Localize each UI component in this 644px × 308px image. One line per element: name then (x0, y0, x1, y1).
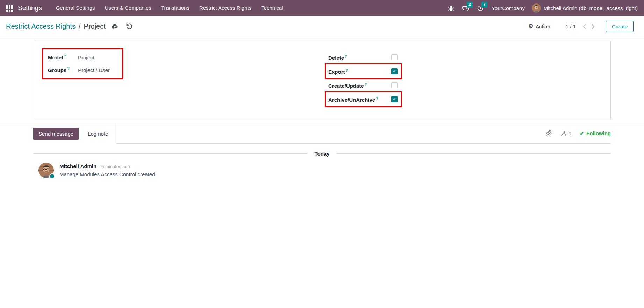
save-cloud-icon[interactable] (111, 23, 119, 30)
follower-person-icon (560, 130, 567, 137)
field-value-groups[interactable]: Project / User (78, 67, 110, 73)
perm-label: Export? (328, 68, 348, 75)
user-menu[interactable]: Mitchell Admin (db_model_access_right) (544, 5, 638, 11)
breadcrumb-separator: / (79, 22, 81, 30)
online-status-dot (49, 173, 55, 179)
control-panel-right: ⚙ Action 1 / 1 Create (528, 21, 634, 32)
breadcrumb-parent-link[interactable]: Restrict Access Rights (6, 22, 76, 30)
message-content: Mitchell Admin - 6 minutes ago Manage Mo… (59, 163, 155, 178)
navbar-right: 2 7 YourCompany (448, 3, 638, 13)
debug-bug-icon[interactable] (448, 4, 455, 12)
chatter-buttons: Send message Log note (0, 123, 116, 144)
log-note-button[interactable]: Log note (86, 130, 110, 137)
activities-badge: 7 (481, 2, 487, 8)
company-switcher[interactable]: YourCompany (492, 5, 525, 11)
message-author[interactable]: Mitchell Admin (59, 163, 96, 169)
field-value-model[interactable]: Project (78, 55, 94, 60)
perm-label: Archive/UnArchive? (328, 96, 378, 103)
field-row-model: Model?Project (48, 54, 118, 60)
activities-clock-icon[interactable]: 7 (477, 4, 485, 12)
help-icon: ? (64, 54, 66, 58)
user-avatar-small[interactable] (532, 3, 541, 13)
message-author-avatar (38, 163, 54, 178)
control-panel: Restrict Access Rights / Project ⚙ Actio… (0, 16, 644, 37)
nav-item-translations[interactable]: Translations (156, 0, 194, 16)
field-label: Groups? (48, 66, 78, 73)
message-timestamp: - 6 minutes ago (99, 164, 130, 169)
send-message-button[interactable]: Send message (33, 128, 79, 140)
field-row-groups: Groups?Project / User (48, 66, 118, 73)
form-sheet: Model?ProjectGroups?Project / User Delet… (34, 41, 611, 119)
delete-checkbox[interactable] (391, 54, 398, 60)
followers-button[interactable]: 1 (560, 130, 571, 137)
pager-value: 1 / 1 (566, 23, 576, 29)
chatter-message: Mitchell Admin - 6 minutes ago Manage Mo… (38, 163, 644, 178)
help-icon: ? (345, 54, 347, 58)
message-thread: Today Mitch (0, 151, 644, 178)
breadcrumb-current: Project (84, 22, 106, 30)
nav-item-restrict-access-rights[interactable]: Restrict Access Rights (194, 0, 256, 16)
fields-highlight-box: Model?ProjectGroups?Project / User (42, 48, 123, 79)
perm-row-delete: Delete? (328, 50, 398, 64)
chatter-tools: 1 ✔ Following (116, 123, 611, 144)
archive-unarchive-checkbox[interactable]: ✓ (391, 96, 398, 102)
field-label: Model? (48, 54, 78, 60)
export-checkbox[interactable]: ✓ (391, 68, 398, 74)
divider-line (337, 153, 611, 154)
message-body: Manage Modules Access Control created (59, 171, 155, 177)
perm-row-export: Export?✓ (328, 64, 398, 78)
perm-label: Create/Update? (328, 82, 367, 89)
date-divider-label: Today (307, 151, 336, 157)
followers-count: 1 (568, 130, 571, 136)
pager-next-icon[interactable] (589, 23, 597, 30)
help-icon: ? (67, 66, 70, 71)
following-toggle[interactable]: ✔ Following (580, 130, 611, 136)
pager-previous-icon[interactable] (581, 23, 588, 30)
help-icon: ? (376, 96, 378, 100)
following-label: Following (586, 130, 611, 136)
messages-icon[interactable]: 2 (462, 4, 470, 12)
create-button[interactable]: Create (606, 21, 634, 32)
action-menu-button[interactable]: ⚙ Action (528, 23, 550, 29)
permissions-column: Delete?Export?✓Create/Update?Archive/UnA… (328, 50, 398, 106)
following-check-icon: ✔ (580, 131, 584, 136)
divider-line (33, 153, 307, 154)
action-label: Action (536, 23, 550, 29)
messages-badge: 2 (467, 2, 472, 8)
perm-label: Delete? (328, 54, 347, 61)
discard-undo-icon[interactable] (126, 23, 133, 30)
attachment-paperclip-icon[interactable] (545, 130, 552, 137)
nav-item-technical[interactable]: Technical (256, 0, 288, 16)
breadcrumb: Restrict Access Rights / Project (6, 22, 106, 30)
perm-row-archive-unarchive: Archive/UnArchive?✓ (328, 92, 398, 106)
nav-item-general-settings[interactable]: General Settings (51, 0, 100, 16)
help-icon: ? (365, 82, 367, 86)
nav-item-users-companies[interactable]: Users & Companies (100, 0, 156, 16)
app-name[interactable]: Settings (18, 4, 42, 12)
gear-icon: ⚙ (528, 23, 534, 29)
apps-grid-icon[interactable] (6, 5, 13, 12)
create-update-checkbox[interactable] (391, 82, 398, 88)
nav-menu: General SettingsUsers & CompaniesTransla… (51, 0, 288, 16)
chatter-topbar: Send message Log note 1 ✔ Following (0, 123, 644, 144)
perm-row-create-update: Create/Update? (328, 78, 398, 92)
help-icon: ? (346, 68, 348, 72)
date-divider: Today (33, 151, 611, 157)
top-navbar: Settings General SettingsUsers & Compani… (0, 0, 644, 16)
